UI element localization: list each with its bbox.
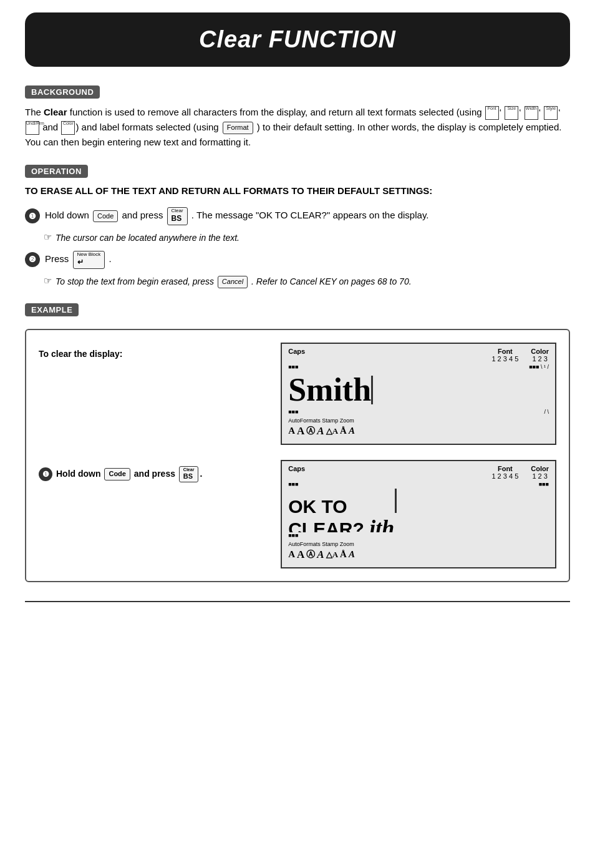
example-left-1: To clear the display: [39,343,268,359]
letter-b1: A [288,549,295,560]
font-key: Font [485,106,499,120]
letter-a6: Å [340,426,347,436]
step-2-num: ❷ [25,252,40,267]
ok-to-line: OK TO [288,497,394,517]
display-color-1: Color 1 2 3 [531,348,549,363]
step-1-text-after: . The message "OK TO CLEAR?" appears on … [191,210,429,220]
display-dots-bottom-2: ■■■ [288,532,549,539]
example-section: EXAMPLE To clear the display: Caps Font [25,303,570,582]
example-row-1: To clear the display: Caps Font 1 2 3 4 … [39,343,556,445]
note-2-text: To stop the text from begin erased, pres… [56,275,412,288]
letter-b2: A [297,549,304,561]
example-code-key: Code [104,468,130,480]
example-step-1-content: Hold down Code and press ClearBS. [56,466,202,482]
display-font-nums-1: 1 2 3 4 5 [491,355,518,363]
example-right-2: Caps Font 1 2 3 4 5 Color 1 2 3 [281,460,556,568]
display-footer-1: AutoFormats Stamp Zoom [288,417,549,424]
letter-b5: △A [326,550,338,560]
width-key: Width [525,106,538,120]
display-footer-2: AutoFormats Stamp Zoom [288,541,549,547]
display-dots-right-2: ■■■ [539,481,549,487]
example-left-2: ❶ Hold down Code and press ClearBS. [39,460,268,489]
operation-label: OPERATION [25,165,88,178]
display-header-2: Caps Font 1 2 3 4 5 Color 1 2 3 [288,465,549,480]
step-2-text-before: Press [45,253,72,264]
display-text-1: Smith [288,372,371,407]
display-screen-2: Caps Font 1 2 3 4 5 Color 1 2 3 [281,460,556,568]
display-color-nums-1: 1 2 3 [531,355,549,363]
letter-a4: A [317,425,324,437]
display-content-1: Smith [288,371,549,409]
clear-q-line: CLEAR? ith [288,517,394,532]
letter-b6: Å [340,549,347,560]
example-box: To clear the display: Caps Font 1 2 3 4 … [25,329,570,582]
background-text: The Clear function is used to remove all… [25,105,570,150]
cursor-2 [395,489,397,513]
display-dots-bottom-1: ■■■ / \ [288,409,549,415]
page-title: Clear FUNCTION [37,26,558,53]
step-1-text-mid: and press [122,210,166,220]
step-1-num: ❶ [25,208,40,223]
cursor-1 [371,376,373,404]
display-color-label-2: Color [531,465,549,472]
step-1-content: Hold down Code and press ClearBS . The m… [45,207,570,225]
bottom-line [25,601,570,602]
step-1-text-before: Hold down [45,210,92,220]
display-font-nums-2: 1 2 3 4 5 [491,472,518,480]
cancel-key: Cancel [218,276,248,288]
note-1-text: The cursor can be located anywhere in th… [56,232,239,245]
display-dots-bottom-left-2: ■■■ [288,532,298,539]
style-key: Style [544,106,558,120]
letter-b7: A [349,549,355,560]
format-key: Format [223,122,253,134]
example-step-1: ❶ Hold down Code and press ClearBS. [39,466,268,482]
step-2-period: . [109,253,111,264]
note-icon-2: ☞ [44,275,52,286]
enter-key: New Block↵ [73,251,105,269]
letter-a2: A [297,425,304,437]
display-dots-left-1: ■■■ [288,364,298,370]
display-color-nums-2: 1 2 3 [531,472,549,480]
title-bar: Clear FUNCTION [25,12,570,67]
auto-formats-label-1: AutoFormats Stamp Zoom [288,417,354,424]
example-row-2: ❶ Hold down Code and press ClearBS. Caps [39,460,556,568]
display-font-1: Font 1 2 3 4 5 [491,348,518,363]
az-letters-2: A A Ⓐ A △A Å A [288,549,549,561]
letter-a3: Ⓐ [306,426,315,437]
example-label: EXAMPLE [25,303,79,316]
display-color-label-1: Color [531,348,549,355]
page: Clear FUNCTION BACKGROUND The Clear func… [0,0,595,868]
display-font-label-2: Font [491,465,518,472]
display-dots-bottom-right-1: / \ [544,409,549,415]
letter-a1: A [288,426,295,436]
display-dots-right-1: ■■■ \ ¹ / [529,364,549,370]
letter-b3: Ⓐ [306,549,315,560]
note-icon-1: ☞ [44,232,52,243]
display-content-2: OK TO CLEAR? ith [288,489,549,532]
display-screen-1: Caps Font 1 2 3 4 5 Color 1 2 3 [281,343,556,445]
display-font-label-1: Font [491,348,518,355]
note-1: ☞ The cursor can be located anywhere in … [44,232,570,245]
letter-a5: △A [326,426,338,436]
background-label: BACKGROUND [25,85,100,99]
color-key: Color [61,121,75,135]
operation-section: OPERATION TO ERASE ALL OF THE TEXT AND R… [25,165,570,288]
letter-b4: A [317,549,324,561]
display-dots-bottom-left-1: ■■■ [288,409,298,415]
operation-heading: TO ERASE ALL OF THE TEXT AND RETURN ALL … [25,184,570,197]
step-2-content: Press New Block↵ . [45,251,570,269]
display-caps-2: Caps [288,465,305,480]
ok-to-clear-text: OK TO CLEAR? ith [288,489,397,532]
display-caps-1: Caps [288,348,305,363]
display-header-1: Caps Font 1 2 3 4 5 Color 1 2 3 [288,348,549,363]
step-2: ❷ Press New Block↵ . [25,251,570,269]
letter-a7: A [349,426,355,436]
az-letters-1: A A Ⓐ A △A Å A [288,425,549,437]
display-dots-row-1: ■■■ ■■■ \ ¹ / [288,364,549,370]
note-2: ☞ To stop the text from begin erased, pr… [44,275,570,288]
example-right-1: Caps Font 1 2 3 4 5 Color 1 2 3 [281,343,556,445]
example-step-1-num: ❶ [39,467,52,481]
display-font-2: Font 1 2 3 4 5 [491,465,518,480]
display-font-color-1: Font 1 2 3 4 5 Color 1 2 3 [491,348,549,363]
display-color-2: Color 1 2 3 [531,465,549,480]
